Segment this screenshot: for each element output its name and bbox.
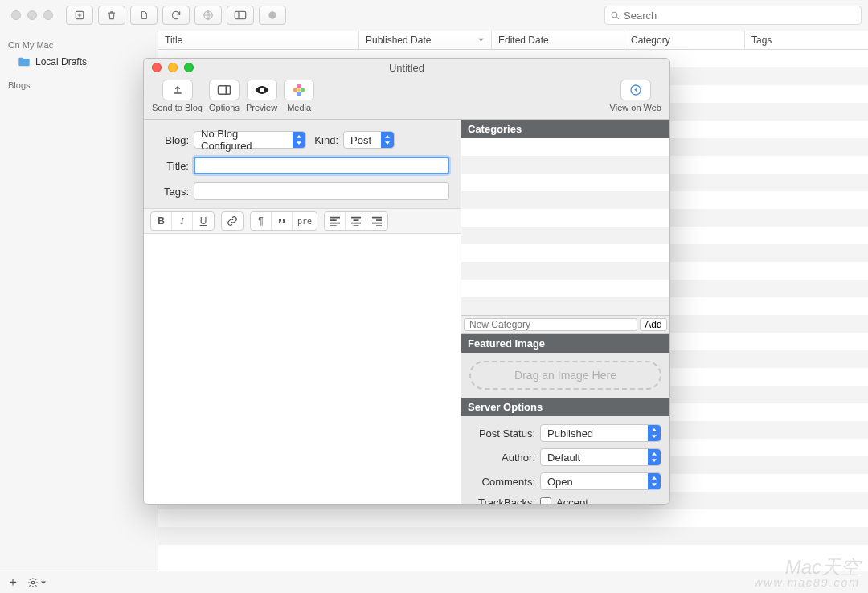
svg-point-10 (297, 92, 301, 96)
sidebar-section-onmymac: On My Mac (0, 39, 158, 53)
search-input[interactable] (624, 10, 856, 22)
underline-button[interactable]: U (193, 212, 214, 230)
updown-icon (384, 135, 391, 145)
align-right-button[interactable] (366, 212, 387, 230)
svg-point-9 (301, 88, 305, 92)
title-input[interactable] (194, 157, 449, 174)
col-edited[interactable]: Edited Date (492, 31, 624, 49)
trackbacks-checkbox[interactable] (540, 497, 551, 505)
add-button[interactable]: ＋ (6, 574, 19, 591)
categories-heading: Categories (461, 120, 669, 138)
col-published[interactable]: Published Date (359, 31, 492, 49)
bold-button[interactable]: B (151, 212, 172, 230)
table-row[interactable] (158, 509, 868, 527)
col-tags[interactable]: Tags (745, 31, 868, 49)
quote-button[interactable] (272, 212, 293, 230)
traffic-minimize[interactable] (27, 10, 37, 20)
add-category-button[interactable]: Add (640, 318, 667, 331)
chevron-down-icon (40, 579, 47, 586)
format-bar: B I U ¶ pre (144, 208, 461, 234)
compose-button[interactable] (66, 6, 93, 25)
tags-label: Tags: (155, 186, 189, 198)
author-label: Author: (469, 452, 535, 464)
col-title[interactable]: Title (158, 31, 359, 49)
kind-select[interactable]: Post (343, 131, 395, 149)
col-category[interactable]: Category (624, 31, 745, 49)
post-status-select[interactable]: Published (540, 424, 661, 442)
pre-button[interactable]: pre (293, 212, 317, 230)
server-options-heading: Server Options (461, 398, 669, 416)
layout-button[interactable] (227, 6, 254, 25)
trash-button[interactable] (98, 6, 125, 25)
italic-button[interactable]: I (172, 212, 193, 230)
trackbacks-accept-label: Accept (556, 497, 588, 504)
editor-window: Untitled Send to Blog Options Preview Me… (143, 58, 670, 505)
editor-zoom-button[interactable] (184, 63, 194, 72)
editor-minimize-button[interactable] (168, 63, 178, 72)
category-add-row: Add (461, 315, 669, 334)
svg-point-7 (297, 88, 301, 92)
send-to-blog-tool[interactable]: Send to Blog (152, 80, 203, 112)
search-icon (610, 10, 620, 21)
sidebar-item-local-drafts[interactable]: Local Drafts (0, 53, 158, 71)
svg-point-5 (31, 581, 35, 584)
align-center-icon (350, 216, 362, 226)
tags-input[interactable] (194, 182, 449, 200)
svg-rect-2 (235, 11, 245, 18)
svg-point-11 (293, 88, 297, 92)
editor-right-pane: Categories Add Featured Image Drag an Im… (461, 120, 669, 504)
comments-label: Comments: (469, 476, 535, 488)
traffic-zoom[interactable] (43, 10, 53, 20)
eye-icon (254, 84, 270, 96)
traffic-close[interactable] (11, 10, 21, 20)
svg-point-3 (268, 11, 276, 18)
table-row[interactable] (158, 527, 868, 545)
blog-select[interactable]: No Blog Configured (194, 131, 306, 149)
compass-icon (629, 84, 642, 96)
new-category-input[interactable] (464, 318, 637, 331)
editor-canvas[interactable] (144, 234, 461, 504)
editor-window-title: Untitled (389, 62, 424, 74)
align-left-icon (330, 216, 341, 226)
link-button[interactable] (222, 212, 243, 230)
sidebar-section-blogs: Blogs (0, 79, 158, 93)
bottom-bar: ＋ (0, 571, 868, 593)
folder-icon (18, 56, 31, 67)
link-icon (227, 215, 238, 227)
globe-button[interactable] (194, 6, 222, 25)
quote-icon (277, 217, 287, 225)
align-center-button[interactable] (346, 212, 366, 230)
options-tool[interactable]: Options (209, 80, 240, 112)
align-right-icon (371, 216, 383, 226)
comments-select[interactable]: Open (540, 472, 661, 490)
blog-label: Blog: (155, 134, 189, 146)
search-field-wrap[interactable] (604, 6, 862, 25)
editor-body: Blog: No Blog Configured Kind: Post Titl… (144, 120, 669, 504)
categories-list[interactable] (461, 138, 669, 315)
media-tool[interactable]: Media (284, 80, 314, 112)
editor-toolbar: Send to Blog Options Preview Media View … (144, 76, 669, 120)
refresh-button[interactable] (162, 6, 190, 25)
preview-tool[interactable]: Preview (246, 80, 277, 112)
document-button[interactable] (130, 6, 158, 25)
upload-icon (171, 84, 184, 96)
app-menu-button[interactable] (259, 6, 286, 25)
settings-menu-button[interactable] (27, 577, 47, 588)
sidebar: On My Mac Local Drafts Blogs (0, 31, 158, 571)
view-on-web-tool[interactable]: View on Web (610, 80, 661, 112)
align-left-button[interactable] (325, 212, 346, 230)
featured-image-heading: Featured Image (461, 334, 669, 353)
panel-icon (217, 84, 231, 96)
sort-indicator-icon (477, 36, 485, 43)
updown-icon (296, 135, 302, 145)
editor-close-button[interactable] (152, 63, 162, 72)
svg-point-4 (612, 12, 617, 18)
paragraph-button[interactable]: ¶ (251, 212, 272, 230)
main-toolbar (0, 0, 868, 31)
post-status-label: Post Status: (469, 427, 535, 440)
editor-titlebar[interactable]: Untitled (144, 59, 669, 76)
author-select[interactable]: Default (540, 448, 661, 466)
svg-point-8 (297, 84, 301, 88)
kind-label: Kind: (311, 134, 338, 146)
featured-image-dropzone[interactable]: Drag an Image Here (469, 361, 661, 390)
